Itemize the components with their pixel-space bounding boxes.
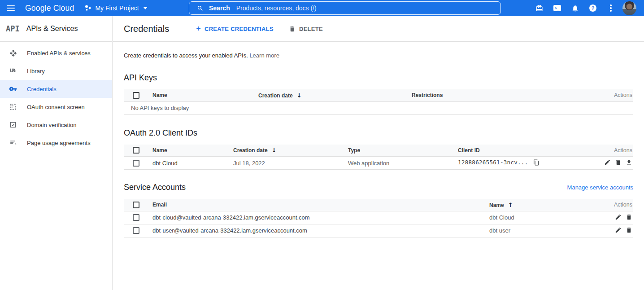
column-header-actions: Actions <box>593 199 633 211</box>
search-placeholder: Products, resources, docs (/) <box>236 4 317 12</box>
trash-icon <box>626 214 632 220</box>
copy-icon <box>533 159 540 166</box>
column-header-creation-date[interactable]: Creation date↓ <box>258 89 412 101</box>
vertical-dots-icon <box>610 4 612 12</box>
agreements-icon <box>9 139 17 147</box>
oauth-clients-title: OAuth 2.0 Client IDs <box>124 128 633 138</box>
column-header-actions: Actions <box>593 89 633 101</box>
create-credentials-label: CREATE CREDENTIALS <box>205 26 274 32</box>
main-content: Credentials + CREATE CREDENTIALS DELETE … <box>113 16 644 290</box>
sidebar-item-oauth-consent[interactable]: OAuth consent screen <box>0 98 112 116</box>
sidebar-item-credentials[interactable]: Credentials <box>0 80 112 98</box>
sidebar-item-label: Library <box>27 68 45 75</box>
gift-icon <box>535 4 543 12</box>
more-options-button[interactable] <box>602 0 620 16</box>
delete-button[interactable]: DELETE <box>289 26 323 32</box>
trash-icon <box>626 227 632 233</box>
page-header: Credentials + CREATE CREDENTIALS DELETE <box>113 16 644 42</box>
gcp-console-window: Google Cloud My First Project Search Pro… <box>0 0 644 290</box>
oauth-client-id-value: 128886265561-3ncv... <box>458 159 528 166</box>
select-all-checkbox[interactable] <box>133 147 139 154</box>
domain-verification-icon <box>9 121 17 129</box>
learn-more-link[interactable]: Learn more <box>249 52 279 59</box>
sidebar-item-page-usage-agreements[interactable]: Page usage agreements <box>0 134 112 152</box>
api-keys-header-row: Name Creation date↓ Restrictions Actions <box>124 89 633 101</box>
topbar: Google Cloud My First Project Search Pro… <box>0 0 644 16</box>
google-cloud-logo[interactable]: Google Cloud <box>25 4 74 13</box>
oauth-clients-table: Name Creation date↓ Type Client ID Actio… <box>124 145 633 170</box>
column-header-email[interactable]: Email <box>152 199 489 211</box>
sidebar-item-library[interactable]: Library <box>0 62 112 80</box>
api-keys-title: API Keys <box>124 73 633 83</box>
edit-service-account-button[interactable] <box>615 227 622 233</box>
key-icon <box>9 85 17 93</box>
select-all-checkbox[interactable] <box>133 202 139 208</box>
trash-icon <box>615 159 622 166</box>
sidebar-item-label: OAuth consent screen <box>27 104 85 110</box>
content-area: Create credentials to access your enable… <box>113 52 644 237</box>
sort-asc-icon: ↑ <box>508 202 513 208</box>
sidebar-item-label: Credentials <box>27 86 57 92</box>
service-accounts-title: Service Accounts <box>124 183 186 192</box>
edit-oauth-client-button[interactable] <box>604 159 611 166</box>
service-account-actions <box>593 211 633 224</box>
help-button[interactable]: ? <box>584 0 602 16</box>
service-account-email: dbt-cloud@vaulted-arcana-332422.iam.gser… <box>152 211 489 224</box>
service-account-row: dbt-user@vaulted-arcana-332422.iam.gserv… <box>124 224 633 237</box>
copy-client-id-button[interactable] <box>533 159 540 167</box>
service-account-name: dbt user <box>489 224 593 237</box>
column-header-restrictions[interactable]: Restrictions <box>412 89 593 101</box>
api-keys-empty-row: No API keys to display <box>124 101 633 114</box>
open-with-icon <box>9 49 17 57</box>
bell-icon <box>571 4 579 12</box>
download-oauth-client-button[interactable] <box>626 159 632 166</box>
sidebar-item-domain-verification[interactable]: Domain verification <box>0 116 112 134</box>
column-header-type[interactable]: Type <box>348 145 458 157</box>
consent-screen-icon <box>9 103 17 111</box>
column-header-name[interactable]: Name↑ <box>489 199 593 211</box>
page-title: Credentials <box>124 24 169 34</box>
column-header-creation-date[interactable]: Creation date↓ <box>233 145 348 157</box>
column-header-name[interactable]: Name <box>152 89 258 101</box>
cloud-shell-button[interactable]: >_ <box>548 0 566 16</box>
delete-service-account-button[interactable] <box>626 227 632 233</box>
row-checkbox[interactable] <box>133 160 139 167</box>
create-credentials-button[interactable]: + CREATE CREDENTIALS <box>196 25 274 33</box>
search-input[interactable]: Search Products, resources, docs (/) <box>189 1 501 15</box>
column-header-client-id[interactable]: Client ID <box>458 145 593 157</box>
pencil-icon <box>615 227 622 233</box>
intro-text: Create credentials to access your enable… <box>124 52 633 59</box>
service-accounts-table: Email Name↑ Actions dbt-cloud@vaulted-ar… <box>124 199 633 237</box>
topbar-actions: >_ ? <box>530 0 644 16</box>
sidebar: API APIs & Services Enabled APIs & servi… <box>0 16 113 290</box>
sidebar-header: API APIs & Services <box>0 16 112 42</box>
oauth-client-row: dbt Cloud Jul 18, 2022 Web application 1… <box>124 157 633 170</box>
service-accounts-header: Service Accounts Manage service accounts <box>124 183 633 192</box>
sidebar-nav: Enabled APIs & services Library Credenti… <box>0 42 112 152</box>
sort-desc-icon: ↓ <box>297 92 302 99</box>
row-checkbox[interactable] <box>133 227 139 234</box>
project-selector[interactable]: My First Project <box>85 4 147 12</box>
oauth-header-row: Name Creation date↓ Type Client ID Actio… <box>124 145 633 157</box>
promotions-button[interactable] <box>530 0 548 16</box>
help-icon: ? <box>589 4 596 12</box>
account-avatar[interactable] <box>622 1 636 15</box>
column-header-name[interactable]: Name <box>152 145 233 157</box>
api-logo-icon: API <box>6 24 20 33</box>
notifications-button[interactable] <box>566 0 584 16</box>
sidebar-item-enabled-apis[interactable]: Enabled APIs & services <box>0 44 112 62</box>
column-header-actions: Actions <box>593 145 633 157</box>
service-account-email: dbt-user@vaulted-arcana-332422.iam.gserv… <box>152 224 489 237</box>
delete-service-account-button[interactable] <box>626 214 632 220</box>
pencil-icon <box>604 159 611 166</box>
select-all-checkbox[interactable] <box>133 92 139 99</box>
sidebar-item-label: Domain verification <box>27 122 77 128</box>
delete-label: DELETE <box>299 26 323 32</box>
service-accounts-header-row: Email Name↑ Actions <box>124 199 633 211</box>
trash-icon <box>289 26 296 32</box>
edit-service-account-button[interactable] <box>615 214 622 220</box>
row-checkbox[interactable] <box>133 214 139 221</box>
manage-service-accounts-link[interactable]: Manage service accounts <box>567 184 633 191</box>
delete-oauth-client-button[interactable] <box>615 159 622 166</box>
menu-button[interactable] <box>0 0 22 16</box>
